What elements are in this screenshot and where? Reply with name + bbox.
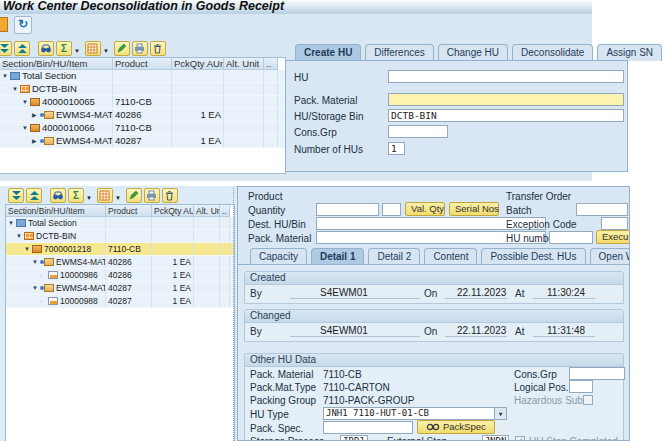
expander-icon[interactable]: ▼: [24, 243, 32, 255]
val-qty-button[interactable]: Val. Qty: [405, 202, 445, 216]
hu-type-value: JNH1 7110-HUT-01-CB: [326, 408, 429, 418]
expander-icon[interactable]: ▼: [32, 282, 40, 294]
tab-create-hu[interactable]: Create HU: [295, 44, 361, 61]
tab-detail-2[interactable]: Detail 2: [368, 248, 420, 265]
column-header[interactable]: Section/Bin/HU/Item: [0, 58, 113, 70]
hu-number-input[interactable]: [549, 231, 593, 244]
delete-icon[interactable]: [162, 188, 178, 203]
delete-icon[interactable]: [150, 41, 166, 56]
ohd-logical-pos-input[interactable]: [569, 380, 593, 393]
edit-icon[interactable]: [126, 188, 142, 203]
expander-icon[interactable]: ▼: [32, 256, 40, 268]
quantity-input[interactable]: [316, 203, 379, 216]
tree-row-hu[interactable]: ▼4000010065 7110-CB: [0, 96, 285, 109]
edit-icon[interactable]: [114, 41, 130, 56]
quantity-unit-input[interactable]: [382, 203, 401, 216]
changed-by-value: S4EWM01: [290, 325, 420, 337]
column-header[interactable]: Alt. Unit: [224, 58, 264, 70]
tree-row-material[interactable]: ▶EWMS4-MAT5 402871 EA: [0, 135, 285, 148]
sort-descending-icon[interactable]: [8, 188, 24, 203]
tab-differences[interactable]: Differences: [365, 44, 433, 61]
ohd-cons-grp-input[interactable]: [569, 367, 625, 380]
serial-nos-button[interactable]: Serial Nos: [449, 202, 499, 216]
batch-input[interactable]: [576, 203, 628, 216]
print-icon[interactable]: [132, 41, 148, 56]
hu-input[interactable]: [388, 70, 624, 83]
expander-icon[interactable]: ▼: [16, 230, 24, 242]
ohd-packing-group-label: Packing Group: [250, 395, 316, 406]
expander-icon[interactable]: ▼: [22, 122, 30, 134]
choose-layout-icon[interactable]: [97, 188, 113, 203]
created-group-header: Created: [245, 272, 623, 285]
expander-icon[interactable]: ▼: [22, 96, 30, 108]
column-header[interactable]: Product: [106, 205, 152, 217]
cons-grp-input[interactable]: [388, 125, 448, 138]
changed-groupbox: Changed By S4EWM01 On 22.11.2023 At 11:3…: [244, 309, 624, 342]
column-header[interactable]: ..: [264, 58, 278, 70]
refresh-icon[interactable]: ↻: [14, 16, 32, 34]
tab-capacity[interactable]: Capacity: [250, 248, 307, 265]
print-icon[interactable]: [144, 188, 160, 203]
exception-code-input[interactable]: [601, 217, 628, 230]
sort-ascending-icon[interactable]: [14, 41, 30, 56]
tab-detail-1[interactable]: Detail 1: [311, 248, 365, 265]
dest-hu-bin-label: Dest. HU/Bin: [248, 219, 306, 230]
column-header[interactable]: ..: [220, 205, 230, 217]
sort-ascending-icon[interactable]: [26, 188, 42, 203]
pack-spec-input[interactable]: [323, 421, 413, 434]
tree-row-bin[interactable]: ▼DCTB-BIN: [0, 83, 285, 96]
sort-descending-icon[interactable]: [0, 41, 12, 56]
execute-button[interactable]: Execute: [596, 230, 630, 244]
sum-icon[interactable]: Σ: [56, 41, 72, 56]
expander-icon[interactable]: ▼: [12, 83, 20, 95]
tab-content[interactable]: Content: [424, 248, 477, 265]
tree-row-total-section[interactable]: ▼Total Section: [0, 70, 285, 83]
changed-group-header: Changed: [245, 310, 623, 323]
hu-storage-bin-input[interactable]: [388, 109, 624, 122]
column-header[interactable]: Product: [113, 58, 172, 70]
tab-change-hu[interactable]: Change HU: [438, 44, 508, 61]
column-header[interactable]: PckQty AUn: [152, 205, 194, 217]
hu-step-completed-checkbox[interactable]: ✓: [515, 436, 525, 441]
pack-spec-button-label: PackSpec: [443, 421, 486, 432]
created-groupbox: Created By S4EWM01 On 22.11.2023 At 11:3…: [244, 271, 624, 304]
tab-possible-dest-hus[interactable]: Possible Dest. HUs: [481, 248, 585, 265]
sum-menu-caret-icon[interactable]: ▼: [74, 48, 80, 54]
upper-tree-toolbar: Σ ▼ ▼: [0, 41, 166, 56]
ohd-logical-pos-label: Logical Pos.: [514, 382, 568, 393]
expander-icon[interactable]: ▼: [8, 217, 16, 229]
expander-icon[interactable]: ▶: [32, 109, 40, 121]
ohd-cons-grp-label: Cons.Grp: [514, 369, 557, 380]
sum-icon[interactable]: Σ: [68, 188, 84, 203]
layout-menu-caret-icon[interactable]: ▼: [115, 195, 121, 201]
pack-material-label: Pack. Material: [294, 95, 357, 106]
number-of-hus-input[interactable]: [388, 142, 405, 155]
tree-row-stock-item[interactable]: ·10000986 402861 EA: [6, 269, 234, 282]
column-header[interactable]: Section/Bin/HU/Item: [6, 205, 106, 217]
choose-layout-icon[interactable]: [85, 41, 101, 56]
pack-material-input[interactable]: [388, 93, 624, 106]
hazardous-subs-checkbox[interactable]: [583, 395, 593, 405]
tab-assign-sn[interactable]: Assign SN: [597, 44, 662, 61]
find-icon[interactable]: [38, 41, 54, 56]
tree-row-material[interactable]: ▼EWMS4-MAT5 402871 EA: [6, 282, 234, 295]
tree-row-bin[interactable]: ▼DCTB-BIN: [6, 230, 234, 243]
tree-row-material[interactable]: ▼EWMS4-MAT4 402861 EA: [6, 256, 234, 269]
tab-deconsolidate[interactable]: Deconsolidate: [512, 44, 593, 61]
tree-row-material[interactable]: ▶EWMS4-MAT4 402861 EA: [0, 109, 285, 122]
tab-open-wts-from[interactable]: Open WTs, From: [590, 248, 630, 265]
expander-icon[interactable]: ▶: [32, 135, 40, 147]
pack-spec-button[interactable]: PackSpec: [417, 420, 495, 434]
layout-menu-caret-icon[interactable]: ▼: [103, 48, 109, 54]
column-header[interactable]: PckQty AUn: [172, 58, 224, 70]
tree-row-hu-selected[interactable]: ▼7000001218 7110-CB: [6, 243, 234, 256]
tree-row-total-section[interactable]: ▼Total Section: [6, 217, 234, 230]
tree-row-hu[interactable]: ▼4000010066 7110-CB: [0, 122, 285, 135]
expander-icon[interactable]: ▼: [2, 70, 10, 82]
tree-row-stock-item[interactable]: ·10000988 402871 EA: [6, 295, 234, 308]
sum-menu-caret-icon[interactable]: ▼: [86, 195, 92, 201]
hu-type-dropdown[interactable]: JNH1 7110-HUT-01-CB ▼: [323, 407, 507, 420]
find-icon[interactable]: [50, 188, 66, 203]
chevron-down-icon[interactable]: ▼: [494, 408, 506, 419]
column-header[interactable]: Alt. Unit: [194, 205, 220, 217]
